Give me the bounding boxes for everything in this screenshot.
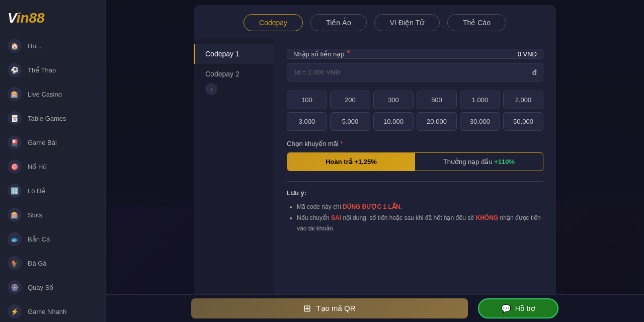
amount-500[interactable]: 500 [417, 91, 457, 109]
amount-3000[interactable]: 3.000 [287, 112, 327, 131]
sidebar-item-the-thao[interactable]: ⚽ Thể Thao [0, 58, 105, 82]
tab-bar: Codepay Tiền Ảo Ví Điện Tử Thẻ Cào [194, 5, 556, 39]
amount-label-text: Nhập số tiền nạp [293, 50, 344, 58]
amount-20000[interactable]: 20.000 [417, 112, 457, 131]
sidebar-item-table-games[interactable]: 🃏 Table Games [0, 106, 105, 130]
note-item-1: Mã code này chỉ DÙNG ĐƯỢC 1 LẦN. [297, 202, 543, 213]
tab-codepay[interactable]: Codepay [244, 14, 303, 31]
promo-hoan-tra-label: Hoàn trả [326, 158, 354, 166]
amount-100[interactable]: 100 [287, 91, 327, 109]
bottom-bar: ⊞ Tạo mã QR 💬 Hỗ trợ [106, 294, 644, 322]
sidebar-item-da-ga[interactable]: 🐓 Đá Gà [0, 251, 105, 275]
quick-icon: ⚡ [8, 304, 22, 318]
rooster-icon: 🐓 [8, 256, 22, 270]
main-content: Codepay Tiền Ảo Ví Điện Tử Thẻ Cào Codep… [106, 0, 644, 322]
home-icon: 🏠 [8, 39, 22, 53]
promo-thuong-nap[interactable]: Thưởng nạp đầu +110% [415, 153, 543, 171]
qr-icon: ⊞ [303, 303, 311, 314]
quick-amount-grid: 100 200 300 500 1.000 2.000 3.000 5.000 … [287, 91, 543, 131]
amount-30000[interactable]: 30.000 [460, 112, 500, 131]
amount-50000[interactable]: 50.000 [503, 112, 543, 131]
card-icon: 🎴 [8, 135, 22, 149]
promo-hoan-tra-bonus: +1,25% [354, 158, 376, 166]
sidebar-item-no-hu[interactable]: 🎯 Nổ Hũ [0, 154, 105, 179]
qr-button-label: Tạo mã QR [316, 304, 355, 313]
required-star: * [347, 49, 350, 58]
promo-thuong-nap-bonus: +110% [494, 158, 515, 166]
sidebar-item-label: Đá Gà [28, 260, 47, 267]
sidebar-item-label: Game Nhanh [28, 308, 66, 315]
notes-section: Lưu ý: Mã code này chỉ DÙNG ĐƯỢC 1 LẦN. … [287, 189, 543, 234]
note-item-2: Nếu chuyển SAI nội dung, số tiền hoặc sa… [297, 213, 543, 234]
dong-currency-icon: đ [532, 68, 537, 76]
tab-tien-ao[interactable]: Tiền Ảo [310, 14, 367, 31]
amount-10000[interactable]: 10.000 [373, 112, 414, 131]
sidebar-item-label: Table Games [28, 115, 66, 122]
promo-thuong-nap-label: Thưởng nạp đầu [443, 158, 494, 166]
lottery-icon: 🔢 [8, 184, 22, 198]
overlay-panel: Codepay Tiền Ảo Ví Điện Tử Thẻ Cào Codep… [106, 0, 644, 322]
casino-icon: 🎰 [8, 87, 22, 101]
support-button-label: Hỗ trợ [515, 304, 536, 312]
amount-200[interactable]: 200 [330, 91, 370, 109]
amount-section: Nhập số tiền nạp * 0 VNĐ 1đ = 1.000 VNĐ … [287, 49, 543, 82]
amount-5000[interactable]: 5.000 [330, 112, 370, 131]
sidebar-item-label: Lô Đề [28, 187, 45, 195]
sidebar-item-slots[interactable]: 🎰 Slots [0, 203, 105, 227]
method-codepay-1[interactable]: Codepay 1 [194, 44, 274, 64]
sidebar-item-game-bai[interactable]: 🎴 Game Bài [0, 130, 105, 154]
promo-label: Chọn khuyến mãi * [287, 140, 543, 147]
promo-required: * [340, 140, 343, 147]
slot-icon: 🎯 [8, 159, 22, 174]
tab-vi-dien-tu[interactable]: Ví Điện Tử [374, 14, 440, 31]
sports-icon: ⚽ [8, 63, 22, 77]
sidebar-item-live-casino[interactable]: 🎰 Live Casino [0, 82, 105, 106]
collapse-sidebar-button[interactable]: ‹ [205, 83, 217, 95]
sidebar-item-home[interactable]: 🏠 Ho... [0, 34, 105, 58]
notes-list: Mã code này chỉ DÙNG ĐƯỢC 1 LẦN. Nếu chu… [287, 202, 543, 234]
note-highlight-1: DÙNG ĐƯỢC 1 LẦN [343, 203, 400, 210]
promo-hoan-tra[interactable]: Hoàn trả +1,25% [287, 153, 415, 171]
tab-the-cao[interactable]: Thẻ Cào [447, 14, 506, 31]
amount-label: Nhập số tiền nạp * [293, 49, 350, 58]
method-list: Codepay 1 Codepay 2 [194, 39, 274, 305]
sidebar-item-label: Slots [28, 211, 42, 219]
support-icon: 💬 [501, 304, 511, 313]
promo-options: Hoàn trả +1,25% Thưởng nạp đầu +110% [287, 152, 543, 171]
sidebar-item-label: Ho... [28, 42, 41, 50]
sidebar-item-lo-de[interactable]: 🔢 Lô Đề [0, 179, 105, 203]
sidebar-item-label: Thể Thao [28, 66, 56, 74]
sidebar-item-label: Game Bài [28, 139, 57, 146]
notes-title: Lưu ý: [287, 189, 543, 197]
sidebar-item-label: Bắn Cá [28, 235, 50, 243]
fish-icon: 🐟 [8, 232, 22, 246]
note-highlight-khong: KHÔNG [476, 214, 499, 221]
slots-icon: 🎰 [8, 208, 22, 222]
amount-input[interactable]: 1đ = 1.000 VNĐ đ [287, 63, 543, 82]
form-panel: Nhập số tiền nạp * 0 VNĐ 1đ = 1.000 VNĐ … [274, 39, 556, 305]
sidebar-item-quay-so[interactable]: 🎡 Quay Số [0, 275, 105, 299]
promo-section: Chọn khuyến mãi * Hoàn trả +1,25% Thưởng… [287, 140, 543, 171]
amount-2000[interactable]: 2.000 [503, 91, 543, 109]
amount-display-row: Nhập số tiền nạp * 0 VNĐ [287, 49, 543, 59]
sidebar-item-label: Quay Số [28, 284, 53, 291]
spin-icon: 🎡 [8, 280, 22, 294]
amount-1000[interactable]: 1.000 [460, 91, 500, 109]
payment-container: Codepay Tiền Ảo Ví Điện Tử Thẻ Cào Codep… [194, 5, 556, 305]
amount-value: 0 VNĐ [518, 50, 537, 58]
sidebar-item-label: Nổ Hũ [28, 163, 47, 171]
divider [287, 181, 543, 182]
payment-body: Codepay 1 Codepay 2 Nhập số tiền nạp * 0… [194, 39, 556, 305]
sidebar-item-game-nhanh[interactable]: ⚡ Game Nhanh [0, 299, 105, 322]
sidebar: Vin88 🏠 Ho... ⚽ Thể Thao 🎰 Live Casino 🃏… [0, 0, 106, 322]
logo: Vin88 [8, 10, 45, 26]
sidebar-item-label: Live Casino [28, 91, 62, 98]
table-icon: 🃏 [8, 111, 22, 125]
create-qr-button[interactable]: ⊞ Tạo mã QR [191, 298, 468, 318]
amount-placeholder: 1đ = 1.000 VNĐ [293, 63, 340, 81]
sidebar-item-ban-ca[interactable]: 🐟 Bắn Cá [0, 227, 105, 251]
logo-area: Vin88 [0, 5, 105, 34]
support-button[interactable]: 💬 Hỗ trợ [478, 298, 558, 318]
amount-300[interactable]: 300 [373, 91, 414, 109]
method-codepay-2[interactable]: Codepay 2 [194, 64, 274, 84]
